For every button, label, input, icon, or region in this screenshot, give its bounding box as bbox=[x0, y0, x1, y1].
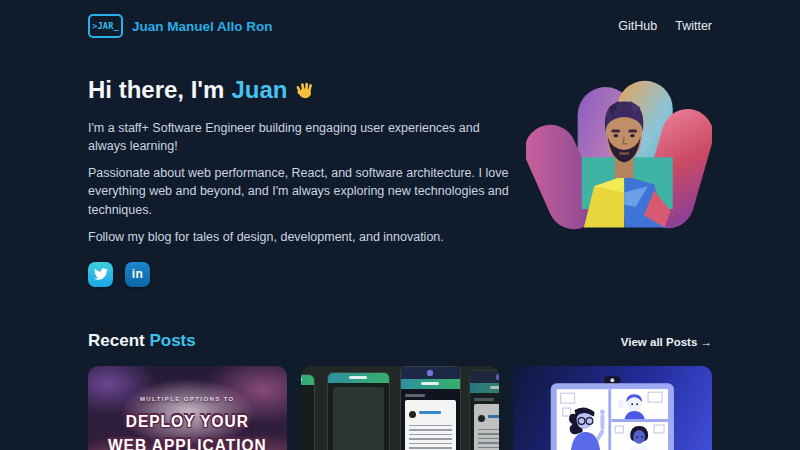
post-card-video-call-illustration[interactable] bbox=[513, 366, 712, 450]
post-card-mobile-app-screenshots[interactable] bbox=[301, 366, 500, 450]
avatar-illustration bbox=[526, 60, 714, 283]
phone-mockup bbox=[301, 374, 315, 450]
hero-heading: Hi there, I'm Juan bbox=[88, 76, 524, 104]
recent-posts-header: Recent Posts View all Posts → bbox=[88, 331, 712, 351]
post-card-deploy-web-application[interactable]: MULTIPLE OPTIONS TO DEPLOY YOUR WEB APPL… bbox=[88, 366, 287, 450]
recent-posts-title-prefix: Recent bbox=[88, 331, 145, 350]
linkedin-icon[interactable]: in bbox=[125, 262, 150, 287]
social-links: in bbox=[88, 262, 524, 287]
waving-hand-icon bbox=[295, 80, 316, 101]
hero-paragraph-1: I'm a staff+ Software Engineer building … bbox=[88, 119, 520, 155]
recent-posts-title-accent: Posts bbox=[149, 331, 195, 350]
hero-heading-name: Juan bbox=[231, 76, 287, 104]
phone-mockup bbox=[327, 372, 390, 450]
hero-section: Hi there, I'm Juan I'm a staff+ Sof bbox=[88, 64, 712, 287]
recent-posts-title: Recent Posts bbox=[88, 331, 196, 351]
recent-posts-section: Recent Posts View all Posts → MULTIPLE O… bbox=[88, 331, 712, 450]
phone-mockup bbox=[469, 370, 500, 450]
header: >JAR_ Juan Manuel Allo Ron GitHub Twitte… bbox=[88, 0, 712, 38]
nav-link-github[interactable]: GitHub bbox=[618, 19, 657, 33]
brand-home-link[interactable]: >JAR_ Juan Manuel Allo Ron bbox=[88, 14, 273, 38]
linkedin-in-glyph: in bbox=[132, 267, 143, 281]
hero-text-column: Hi there, I'm Juan I'm a staff+ Sof bbox=[88, 64, 524, 287]
twitter-icon[interactable] bbox=[88, 262, 113, 287]
site-name: Juan Manuel Allo Ron bbox=[132, 19, 273, 34]
nav-link-twitter[interactable]: Twitter bbox=[675, 19, 712, 33]
hero-paragraph-2: Passionate about web performance, React,… bbox=[88, 164, 520, 218]
thumbnail-title-line-2: WEB APPLICATION bbox=[108, 432, 267, 450]
terminal-logo-icon: >JAR_ bbox=[88, 14, 123, 38]
header-nav: GitHub Twitter bbox=[618, 19, 712, 33]
view-all-posts-link[interactable]: View all Posts → bbox=[621, 336, 712, 348]
phone-mockup bbox=[400, 366, 461, 450]
twitter-bird-glyph bbox=[94, 267, 108, 281]
thumbnail-overline: MULTIPLE OPTIONS TO bbox=[140, 396, 235, 402]
post-thumbnail-text: MULTIPLE OPTIONS TO DEPLOY YOUR WEB APPL… bbox=[88, 366, 287, 450]
hero-paragraph-3: Follow my blog for tales of design, deve… bbox=[88, 228, 520, 246]
video-call-monitor-art bbox=[513, 366, 712, 450]
logo-text: >JAR_ bbox=[92, 21, 119, 31]
hero-heading-prefix: Hi there, I'm bbox=[88, 76, 224, 104]
post-cards-grid: MULTIPLE OPTIONS TO DEPLOY YOUR WEB APPL… bbox=[88, 366, 712, 450]
avatar-blob-art bbox=[526, 60, 712, 234]
page-container: >JAR_ Juan Manuel Allo Ron GitHub Twitte… bbox=[88, 0, 712, 450]
